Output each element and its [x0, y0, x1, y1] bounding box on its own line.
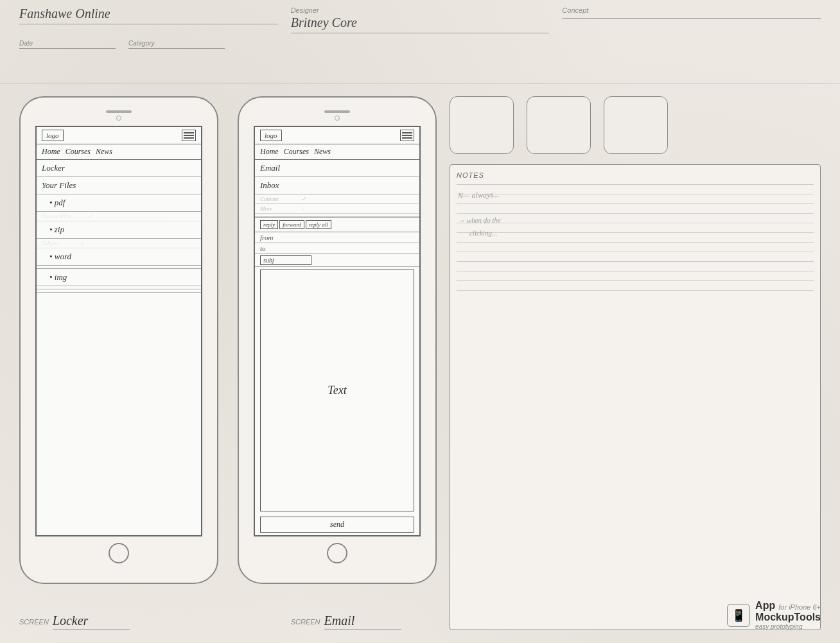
- phone2-hamburger-line1: [402, 132, 412, 133]
- text-area-label: Text: [328, 384, 346, 397]
- phone1-speaker: [106, 110, 132, 113]
- category-field: Category: [128, 40, 225, 49]
- phone1-camera: [116, 116, 121, 121]
- main-content: logo Home Courses News Locke: [0, 83, 840, 643]
- phone1-faint5: [37, 289, 201, 293]
- notes-label: NOTES: [457, 171, 814, 179]
- phone2-hamburger-line2: [402, 135, 412, 136]
- phone2-nav-home[interactable]: Home: [260, 147, 279, 157]
- note-line: [457, 184, 814, 185]
- screen-label-2: SCREEN Email: [291, 613, 550, 630]
- hamburger-line3: [184, 137, 194, 139]
- email-subject-row: subj: [255, 254, 419, 267]
- phone1-item-locker[interactable]: Locker: [37, 160, 201, 177]
- bottom-labels: SCREEN Locker SCREEN Email: [0, 613, 840, 630]
- note-text-1: N— always...: [458, 190, 500, 201]
- phone1-wireframe: logo Home Courses News Locke: [19, 96, 218, 584]
- right-panel: NOTES N— always... → when: [450, 96, 821, 630]
- phone1-screen: logo Home Courses News Locke: [35, 126, 202, 536]
- phone1-item-pdf[interactable]: • pdf: [37, 194, 201, 212]
- thumbnail-1[interactable]: [450, 96, 514, 154]
- reply-all-button[interactable]: reply all: [306, 220, 331, 229]
- to-label: to: [260, 244, 279, 252]
- project-value: Fanshawe Online: [19, 6, 278, 21]
- email-buttons-row: reply forward reply all: [255, 217, 419, 232]
- notes-lines: [457, 184, 814, 291]
- hamburger-line2: [184, 135, 194, 136]
- note-line: [457, 261, 814, 262]
- note-line: [457, 203, 814, 204]
- hamburger-line1: [184, 132, 194, 133]
- note-text-3: clicking...: [469, 229, 497, 237]
- phones-container: logo Home Courses News Locke: [19, 96, 437, 630]
- brand-tagline: easy prototyping: [755, 623, 821, 630]
- screen-value-2: Email: [324, 613, 401, 630]
- page: Fanshawe Online Designer Britney Core Co…: [0, 0, 840, 643]
- note-line: [457, 280, 814, 281]
- phone2-nav-news[interactable]: News: [314, 147, 331, 157]
- phone1-home-button[interactable]: [109, 543, 129, 563]
- screen-value-1: Locker: [53, 613, 130, 630]
- phone1-logo[interactable]: logo: [42, 130, 64, 141]
- phone1-nav-courses[interactable]: Courses: [66, 147, 91, 157]
- date-label: Date: [19, 40, 116, 47]
- designer-label: Designer: [291, 6, 550, 14]
- phone2-hamburger-line3: [402, 137, 412, 139]
- note-line: [457, 223, 814, 223]
- brand-name: AppMockupTools: [755, 600, 821, 623]
- send-label: send: [330, 520, 344, 529]
- phone1-faint2: Subject #: [37, 239, 201, 248]
- subject-box[interactable]: subj: [260, 255, 311, 265]
- phone1-faint1: Course Files ✓: [37, 212, 201, 221]
- brand-text: AppMockupTools easy prototyping: [755, 600, 821, 630]
- thumbnail-2[interactable]: [527, 96, 591, 154]
- phone1-nav-home[interactable]: Home: [42, 147, 60, 157]
- phone1-item-zip[interactable]: • zip: [37, 221, 201, 239]
- note-line: [457, 194, 814, 194]
- phone1-item-word[interactable]: • word: [37, 248, 201, 266]
- thumbnails-row: [450, 96, 821, 154]
- date-field: Date: [19, 40, 116, 49]
- phone1-item-img[interactable]: • img: [37, 269, 201, 286]
- send-button[interactable]: send: [260, 517, 414, 533]
- screen-prefix-2: SCREEN: [291, 618, 320, 626]
- phone2-faint1: Content ✓: [255, 194, 419, 204]
- note-line: [457, 271, 814, 271]
- phone2-wireframe: logo Home Courses News Email: [238, 96, 437, 584]
- designer-field: Designer Britney Core: [291, 6, 550, 33]
- notes-section: NOTES N— always... → when: [450, 164, 821, 630]
- from-label: from: [260, 234, 279, 241]
- phone2-logo[interactable]: logo: [260, 130, 282, 141]
- phone1-nav-row: Home Courses News: [37, 144, 201, 160]
- email-text-area[interactable]: Text: [260, 270, 414, 511]
- phone1-menu-icon[interactable]: [182, 130, 196, 141]
- email-from-row: from: [255, 232, 419, 243]
- screen-prefix-1: SCREEN: [19, 618, 49, 626]
- note-text-2: → when do the: [458, 216, 501, 224]
- note-line: [457, 232, 814, 233]
- phone1-screen-header: logo: [37, 127, 201, 144]
- designer-value: Britney Core: [291, 15, 550, 30]
- phone2-faint2: More ↓: [255, 204, 419, 214]
- concept-label: Concept: [562, 6, 821, 14]
- thumbnail-3[interactable]: [604, 96, 668, 154]
- phone1-nav-news[interactable]: News: [96, 147, 112, 157]
- reply-button[interactable]: reply: [260, 220, 278, 229]
- phone2-item-email[interactable]: Email: [255, 160, 419, 177]
- email-to-row: to: [255, 243, 419, 254]
- phone2-home-button[interactable]: [327, 543, 347, 563]
- phone2-camera: [335, 116, 340, 121]
- phone1-item-your-files[interactable]: Your Files: [37, 177, 201, 194]
- category-label: Category: [128, 40, 225, 47]
- project-field: Fanshawe Online: [19, 6, 278, 24]
- screen-label-1: SCREEN Locker: [19, 613, 278, 630]
- forward-button[interactable]: forward: [279, 220, 304, 229]
- note-line: [457, 252, 814, 252]
- brand-icon-symbol: 📱: [731, 608, 746, 622]
- note-line: [457, 213, 814, 214]
- phone2-menu-icon[interactable]: [400, 130, 414, 141]
- phone2-item-inbox[interactable]: Inbox: [255, 177, 419, 194]
- phone2-nav-courses[interactable]: Courses: [284, 147, 309, 157]
- note-line: [457, 242, 814, 243]
- footer-brand: 📱 AppMockupTools easy prototyping: [727, 600, 821, 630]
